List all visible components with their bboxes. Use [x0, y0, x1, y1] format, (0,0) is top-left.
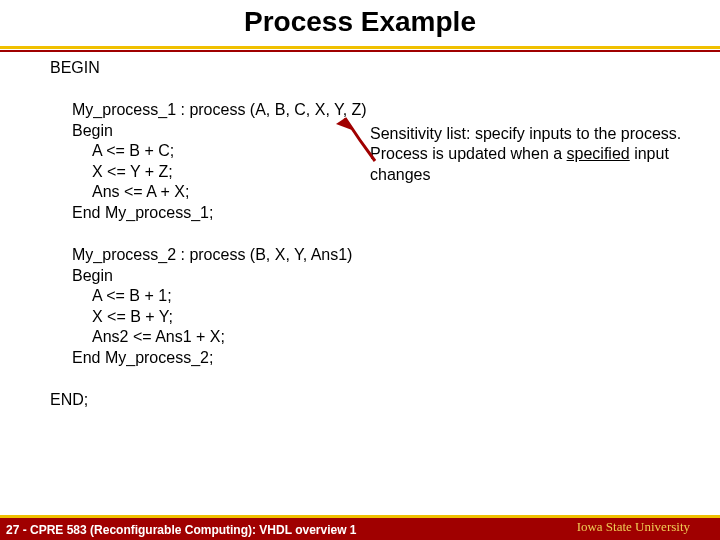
proc2-begin: Begin: [72, 266, 690, 286]
proc2-line3: Ans2 <= Ans1 + X;: [92, 327, 690, 347]
proc1-end: End My_process_1;: [72, 203, 690, 223]
proc1-line3: Ans <= A + X;: [92, 182, 690, 202]
annotation-underlined: specified: [567, 145, 630, 162]
footer-bar: 27 - CPRE 583 (Reconfigurable Computing)…: [0, 518, 720, 540]
proc2-end: End My_process_2;: [72, 348, 690, 368]
keyword-end: END;: [50, 390, 690, 410]
proc1-decl: My_process_1 : process (A, B, C, X, Y, Z…: [72, 100, 690, 120]
proc2-line2: X <= B + Y;: [92, 307, 690, 327]
footer-right-text: Iowa State University: [577, 519, 690, 535]
sensitivity-annotation: Sensitivity list: specify inputs to the …: [370, 124, 700, 185]
arrow-icon: [330, 106, 380, 166]
proc2-line1: A <= B + 1;: [92, 286, 690, 306]
title-divider: [0, 46, 720, 52]
slide-title: Process Example: [0, 6, 720, 38]
keyword-begin: BEGIN: [50, 58, 690, 78]
process-block-2: My_process_2 : process (B, X, Y, Ans1) B…: [72, 245, 690, 368]
proc2-decl: My_process_2 : process (B, X, Y, Ans1): [72, 245, 690, 265]
footer-left-text: 27 - CPRE 583 (Reconfigurable Computing)…: [6, 523, 357, 537]
